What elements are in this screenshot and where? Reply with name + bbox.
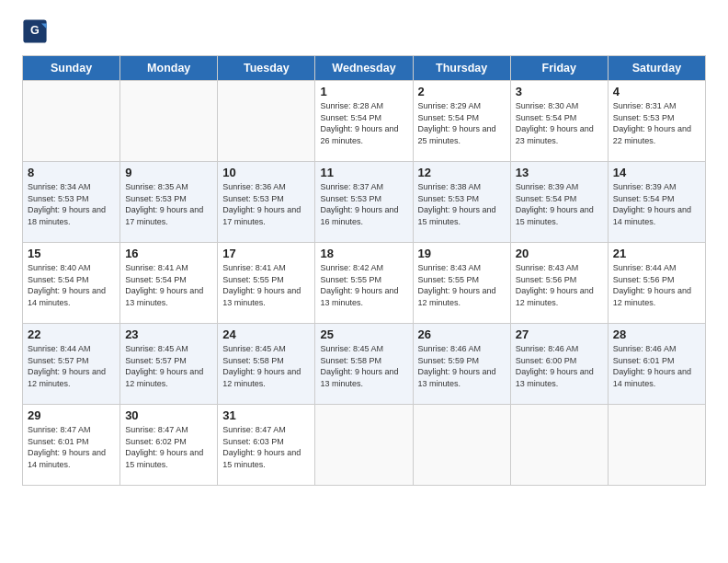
- day-info: Sunrise: 8:39 AM Sunset: 5:54 PM Dayligh…: [516, 181, 603, 227]
- calendar-cell: [120, 81, 218, 162]
- header-friday: Friday: [510, 56, 608, 81]
- calendar-cell: [510, 405, 608, 486]
- day-number: 21: [613, 247, 700, 260]
- day-info: Sunrise: 8:47 AM Sunset: 6:03 PM Dayligh…: [222, 424, 310, 470]
- day-number: 27: [516, 327, 603, 341]
- day-info: Sunrise: 8:31 AM Sunset: 5:53 PM Dayligh…: [613, 100, 700, 146]
- day-number: 22: [28, 327, 115, 341]
- calendar-cell: 21 Sunrise: 8:44 AM Sunset: 5:56 PM Dayl…: [608, 243, 705, 324]
- calendar-cell: 28 Sunrise: 8:46 AM Sunset: 6:01 PM Dayl…: [608, 324, 705, 405]
- day-number: 3: [516, 85, 603, 98]
- day-number: 29: [28, 408, 115, 422]
- day-number: 25: [320, 327, 407, 341]
- day-info: Sunrise: 8:45 AM Sunset: 5:58 PM Dayligh…: [320, 343, 407, 389]
- calendar-cell: 20 Sunrise: 8:43 AM Sunset: 5:56 PM Dayl…: [510, 243, 608, 324]
- calendar-cell: 24 Sunrise: 8:45 AM Sunset: 5:58 PM Dayl…: [218, 324, 315, 405]
- calendar-cell: [315, 405, 413, 486]
- calendar-cell: 23 Sunrise: 8:45 AM Sunset: 5:57 PM Dayl…: [120, 324, 218, 405]
- calendar-cell: 10 Sunrise: 8:36 AM Sunset: 5:53 PM Dayl…: [218, 162, 315, 243]
- header-thursday: Thursday: [413, 56, 510, 81]
- calendar-cell: 22 Sunrise: 8:44 AM Sunset: 5:57 PM Dayl…: [23, 324, 120, 405]
- calendar-cell: 15 Sunrise: 8:40 AM Sunset: 5:54 PM Dayl…: [23, 243, 120, 324]
- header-wednesday: Wednesday: [315, 56, 413, 81]
- calendar-cell: 30 Sunrise: 8:47 AM Sunset: 6:02 PM Dayl…: [120, 405, 218, 486]
- day-number: 28: [613, 327, 700, 341]
- day-number: 23: [125, 327, 212, 341]
- calendar-cell: 14 Sunrise: 8:39 AM Sunset: 5:54 PM Dayl…: [608, 162, 705, 243]
- day-number: 20: [516, 247, 603, 260]
- day-info: Sunrise: 8:44 AM Sunset: 5:56 PM Dayligh…: [613, 262, 700, 308]
- calendar-week-row: 1 Sunrise: 8:28 AM Sunset: 5:54 PM Dayli…: [23, 81, 706, 162]
- day-number: 8: [28, 166, 115, 179]
- calendar-cell: 12 Sunrise: 8:38 AM Sunset: 5:53 PM Dayl…: [413, 162, 510, 243]
- day-info: Sunrise: 8:42 AM Sunset: 5:55 PM Dayligh…: [320, 262, 407, 308]
- day-number: 17: [222, 247, 310, 260]
- day-info: Sunrise: 8:30 AM Sunset: 5:54 PM Dayligh…: [516, 100, 603, 146]
- calendar-cell: 17 Sunrise: 8:41 AM Sunset: 5:55 PM Dayl…: [218, 243, 315, 324]
- calendar-cell: [608, 405, 705, 486]
- day-number: 18: [320, 247, 407, 260]
- day-number: 16: [125, 247, 212, 260]
- day-info: Sunrise: 8:36 AM Sunset: 5:53 PM Dayligh…: [222, 181, 310, 227]
- calendar-cell: 4 Sunrise: 8:31 AM Sunset: 5:53 PM Dayli…: [608, 81, 705, 162]
- day-number: 9: [125, 166, 212, 179]
- header-monday: Monday: [120, 56, 218, 81]
- calendar-cell: 29 Sunrise: 8:47 AM Sunset: 6:01 PM Dayl…: [23, 405, 120, 486]
- day-info: Sunrise: 8:35 AM Sunset: 5:53 PM Dayligh…: [125, 181, 212, 227]
- day-info: Sunrise: 8:46 AM Sunset: 6:00 PM Dayligh…: [516, 343, 603, 389]
- calendar-week-row: 29 Sunrise: 8:47 AM Sunset: 6:01 PM Dayl…: [23, 405, 706, 486]
- day-number: 4: [613, 85, 700, 98]
- calendar-cell: 11 Sunrise: 8:37 AM Sunset: 5:53 PM Dayl…: [315, 162, 413, 243]
- day-number: 14: [613, 166, 700, 179]
- day-number: 13: [516, 166, 603, 179]
- calendar-cell: [413, 405, 510, 486]
- calendar-cell: 18 Sunrise: 8:42 AM Sunset: 5:55 PM Dayl…: [315, 243, 413, 324]
- day-number: 2: [418, 85, 506, 98]
- header-saturday: Saturday: [608, 56, 705, 81]
- day-info: Sunrise: 8:41 AM Sunset: 5:55 PM Dayligh…: [222, 262, 310, 308]
- day-number: 19: [418, 247, 506, 260]
- day-info: Sunrise: 8:43 AM Sunset: 5:55 PM Dayligh…: [418, 262, 506, 308]
- day-info: Sunrise: 8:34 AM Sunset: 5:53 PM Dayligh…: [28, 181, 115, 227]
- day-info: Sunrise: 8:28 AM Sunset: 5:54 PM Dayligh…: [320, 100, 407, 146]
- calendar-cell: 19 Sunrise: 8:43 AM Sunset: 5:55 PM Dayl…: [413, 243, 510, 324]
- day-info: Sunrise: 8:46 AM Sunset: 6:01 PM Dayligh…: [613, 343, 700, 389]
- day-info: Sunrise: 8:29 AM Sunset: 5:54 PM Dayligh…: [418, 100, 506, 146]
- day-info: Sunrise: 8:38 AM Sunset: 5:53 PM Dayligh…: [418, 181, 506, 227]
- day-number: 31: [222, 408, 310, 422]
- day-number: 10: [222, 166, 310, 179]
- calendar-week-row: 8 Sunrise: 8:34 AM Sunset: 5:53 PM Dayli…: [23, 162, 706, 243]
- calendar-cell: 1 Sunrise: 8:28 AM Sunset: 5:54 PM Dayli…: [315, 81, 413, 162]
- calendar-body: 1 Sunrise: 8:28 AM Sunset: 5:54 PM Dayli…: [23, 81, 706, 486]
- calendar-table: SundayMondayTuesdayWednesdayThursdayFrid…: [22, 55, 706, 486]
- svg-text:G: G: [30, 24, 40, 37]
- calendar-cell: 3 Sunrise: 8:30 AM Sunset: 5:54 PM Dayli…: [510, 81, 608, 162]
- calendar-header-row: SundayMondayTuesdayWednesdayThursdayFrid…: [23, 56, 706, 81]
- header-tuesday: Tuesday: [218, 56, 315, 81]
- day-number: 11: [320, 166, 407, 179]
- calendar-cell: 2 Sunrise: 8:29 AM Sunset: 5:54 PM Dayli…: [413, 81, 510, 162]
- day-info: Sunrise: 8:41 AM Sunset: 5:54 PM Dayligh…: [125, 262, 212, 308]
- day-info: Sunrise: 8:46 AM Sunset: 5:59 PM Dayligh…: [418, 343, 506, 389]
- calendar-cell: 25 Sunrise: 8:45 AM Sunset: 5:58 PM Dayl…: [315, 324, 413, 405]
- calendar-cell: 8 Sunrise: 8:34 AM Sunset: 5:53 PM Dayli…: [23, 162, 120, 243]
- calendar-cell: 26 Sunrise: 8:46 AM Sunset: 5:59 PM Dayl…: [413, 324, 510, 405]
- header-sunday: Sunday: [23, 56, 120, 81]
- day-info: Sunrise: 8:37 AM Sunset: 5:53 PM Dayligh…: [320, 181, 407, 227]
- day-number: 15: [28, 247, 115, 260]
- day-number: 24: [222, 327, 310, 341]
- day-info: Sunrise: 8:39 AM Sunset: 5:54 PM Dayligh…: [613, 181, 700, 227]
- day-info: Sunrise: 8:47 AM Sunset: 6:02 PM Dayligh…: [125, 424, 212, 470]
- calendar-week-row: 15 Sunrise: 8:40 AM Sunset: 5:54 PM Dayl…: [23, 243, 706, 324]
- calendar-cell: 9 Sunrise: 8:35 AM Sunset: 5:53 PM Dayli…: [120, 162, 218, 243]
- page-header: G: [22, 18, 706, 48]
- logo: G: [22, 18, 51, 44]
- calendar-cell: 27 Sunrise: 8:46 AM Sunset: 6:00 PM Dayl…: [510, 324, 608, 405]
- calendar-week-row: 22 Sunrise: 8:44 AM Sunset: 5:57 PM Dayl…: [23, 324, 706, 405]
- day-info: Sunrise: 8:40 AM Sunset: 5:54 PM Dayligh…: [28, 262, 115, 308]
- day-number: 30: [125, 408, 212, 422]
- logo-icon: G: [22, 18, 48, 44]
- calendar-cell: [218, 81, 315, 162]
- calendar-cell: 31 Sunrise: 8:47 AM Sunset: 6:03 PM Dayl…: [218, 405, 315, 486]
- calendar-cell: 13 Sunrise: 8:39 AM Sunset: 5:54 PM Dayl…: [510, 162, 608, 243]
